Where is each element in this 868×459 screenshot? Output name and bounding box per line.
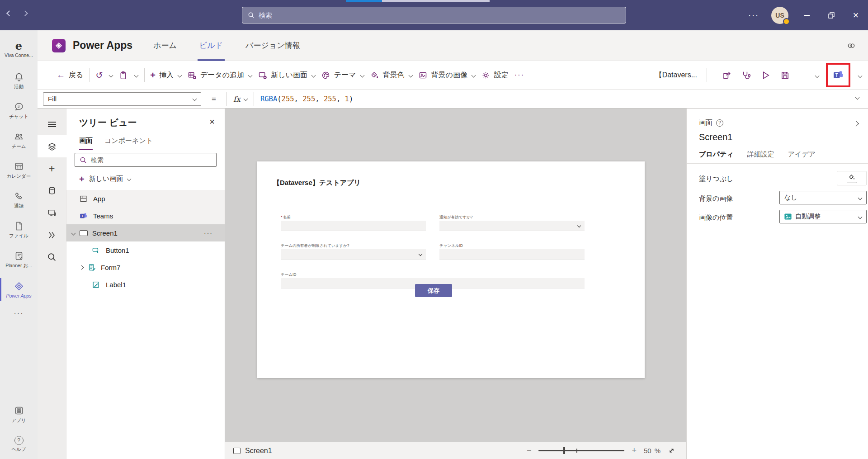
insert-button[interactable]: + 挿入 — [150, 70, 181, 80]
tree-node-button1[interactable]: Button1 — [66, 241, 225, 259]
zoom-in-button[interactable]: + — [632, 446, 637, 455]
share-icon[interactable] — [722, 70, 732, 80]
svg-text:T: T — [835, 73, 838, 78]
app-checker-icon[interactable] — [741, 70, 751, 80]
window-minimize-button[interactable] — [795, 0, 819, 30]
clipboard-icon — [118, 71, 128, 80]
tree-node-teams[interactable]: T Teams — [66, 207, 225, 224]
sidebar-item-power-apps[interactable]: Power Apps — [0, 274, 38, 304]
background-color-button[interactable]: 背景色 — [370, 71, 412, 80]
link-icon[interactable] — [846, 41, 856, 50]
fill-color-button[interactable] — [837, 171, 867, 185]
zoom-slider[interactable] — [538, 450, 624, 451]
teams-search-box[interactable] — [242, 7, 626, 24]
rail-data-button[interactable] — [38, 180, 66, 202]
zoom-out-button[interactable]: − — [527, 446, 532, 455]
theme-button[interactable]: テーマ — [321, 71, 364, 80]
tree-search-box[interactable] — [75, 153, 217, 167]
fx-icon: fx — [233, 95, 241, 104]
panel-collapse-button[interactable] — [854, 119, 858, 128]
rail-tree-view-button[interactable] — [38, 135, 66, 157]
tree-search-input[interactable] — [91, 156, 212, 164]
tree-node-app[interactable]: App — [66, 190, 225, 207]
publish-menu-button[interactable] — [858, 71, 862, 79]
sidebar-more-button[interactable]: ··· — [0, 304, 38, 322]
teams-logo-icon: T — [79, 212, 88, 220]
field-input-channel-id[interactable] — [439, 249, 585, 260]
titlebar-more-button[interactable]: ··· — [742, 10, 765, 20]
publish-to-teams-button[interactable]: T — [828, 65, 849, 85]
tab-version-info[interactable]: バージョン情報 — [244, 30, 302, 61]
close-icon[interactable]: × — [209, 117, 215, 127]
new-screen-menu-button[interactable]: + 新しい画面 — [79, 175, 131, 183]
background-image-dropdown[interactable]: なし — [779, 191, 867, 204]
avatar[interactable]: US — [771, 7, 788, 24]
tree-node-form7[interactable]: Form7 — [66, 259, 225, 276]
sidebar-item-calendar[interactable]: カレンダー — [0, 155, 38, 185]
sidebar-item-files[interactable]: ファイル — [0, 215, 38, 245]
nav-forward-icon[interactable] — [23, 9, 27, 17]
paste-menu-button[interactable] — [134, 74, 138, 77]
rail-media-button[interactable] — [38, 202, 66, 224]
node-more-button[interactable]: ··· — [204, 229, 213, 237]
field-dropdown-notify[interactable] — [439, 221, 585, 231]
tab-advanced[interactable]: 詳細設定 — [747, 150, 774, 164]
new-screen-button[interactable]: 新しい画面 — [258, 71, 315, 80]
tree-node-screen1[interactable]: Screen1 ··· — [66, 224, 225, 241]
search-input[interactable] — [259, 11, 620, 19]
screen1-canvas[interactable]: 【Dataverse】テストアプリ *名前 通知が有効ですか? チームの所有者が… — [257, 161, 645, 378]
formula-bar-expand-chevron[interactable] — [855, 95, 860, 100]
chevron-down-icon — [419, 252, 422, 256]
image-position-dropdown[interactable]: 自動調整 — [779, 210, 867, 223]
status-screen-selector[interactable]: Screen1 — [233, 447, 272, 455]
toolbar-more-button[interactable]: ··· — [514, 71, 524, 79]
tab-properties[interactable]: プロパティ — [699, 150, 734, 164]
sidebar-item-calls[interactable]: 通話 — [0, 185, 38, 215]
sidebar-item-viva-connections[interactable]: e Viva Conne... — [0, 33, 38, 66]
chat-icon — [14, 101, 24, 112]
rail-search-button[interactable] — [38, 246, 66, 268]
fit-to-window-icon[interactable] — [668, 447, 675, 454]
sidebar-item-chat[interactable]: チャット — [0, 95, 38, 125]
help-icon[interactable]: ? — [716, 119, 723, 127]
rail-power-automate-button[interactable] — [38, 224, 66, 246]
sidebar-item-teams[interactable]: チーム — [0, 125, 38, 155]
chevron-expanded-icon[interactable] — [71, 231, 76, 235]
tab-home[interactable]: ホーム — [151, 30, 179, 61]
tab-screens[interactable]: 画面 — [79, 137, 93, 150]
tree-node-label1[interactable]: Label1 — [66, 276, 225, 293]
rail-insert-button[interactable]: + — [38, 157, 66, 180]
field-input-name[interactable] — [281, 221, 426, 231]
settings-button[interactable]: 設定 — [481, 71, 509, 80]
tab-build[interactable]: ビルド — [198, 30, 225, 61]
field-dropdown-owner-restricted[interactable] — [281, 249, 426, 260]
sidebar-item-planner[interactable]: Planner お... — [0, 245, 38, 274]
nav-back-icon[interactable] — [7, 9, 11, 17]
sidebar-item-apps[interactable]: アプリ — [0, 399, 38, 429]
formula-input[interactable]: RGBA(255, 255, 255, 1) — [260, 95, 353, 103]
zoom-slider-handle[interactable] — [563, 447, 565, 454]
tab-ideas[interactable]: アイデア — [788, 150, 816, 164]
save-icon[interactable] — [780, 70, 790, 80]
chevron-down-icon — [577, 224, 581, 227]
background-image-button[interactable]: 背景の画像 — [418, 71, 475, 80]
back-button[interactable]: ← 戻る — [57, 70, 83, 80]
play-icon[interactable] — [760, 70, 771, 80]
fx-selector[interactable]: fx — [226, 92, 254, 106]
sidebar-item-help[interactable]: ? ヘルプ — [0, 429, 38, 459]
property-selector[interactable]: Fill — [43, 92, 201, 106]
rail-menu-button[interactable] — [38, 113, 66, 135]
app-title-label[interactable]: 【Dataverse】テストアプリ — [273, 179, 361, 187]
save-menu-button[interactable] — [815, 71, 819, 79]
undo-menu-button[interactable] — [108, 74, 113, 77]
window-close-button[interactable]: × — [844, 0, 868, 30]
chevron-collapsed-icon[interactable] — [80, 265, 84, 270]
window-restore-button[interactable] — [819, 0, 844, 30]
tab-components[interactable]: コンポーネント — [104, 137, 153, 150]
app-name-label[interactable]: 【Datavers... — [655, 71, 697, 80]
add-data-button[interactable]: データの追加 — [187, 71, 252, 80]
undo-button[interactable]: ↺ — [95, 70, 103, 80]
sidebar-item-activity[interactable]: 活動 — [0, 66, 38, 95]
save-button[interactable]: 保存 — [415, 284, 452, 297]
paste-button[interactable] — [118, 71, 128, 80]
